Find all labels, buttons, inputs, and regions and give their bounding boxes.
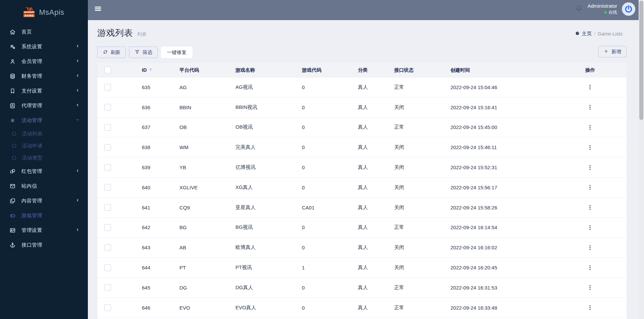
sidebar-item-home[interactable]: 首页 — [0, 24, 88, 39]
cell-id: 638 — [142, 137, 179, 157]
row-actions-kebab-icon[interactable] — [587, 284, 593, 291]
select-all-checkbox[interactable] — [104, 67, 111, 73]
cell-game-code: 0 — [302, 278, 358, 298]
cell-game-code: 0 — [302, 137, 358, 157]
page-subtitle: 列表 — [137, 31, 147, 38]
row-actions-kebab-icon[interactable] — [587, 264, 593, 271]
cell-id: 645 — [142, 278, 179, 298]
breadcrumb-home-link[interactable]: 主页 — [575, 30, 592, 37]
row-actions-kebab-icon[interactable] — [587, 104, 593, 111]
mail-icon — [9, 183, 16, 189]
row-checkbox[interactable] — [104, 104, 111, 111]
table-row: 641CQ9亚星真人CA01真人关闭2022-09-24 15:58:26 — [97, 198, 627, 218]
sidebar-subitem-activity-list[interactable]: 活动列表 — [0, 128, 88, 140]
sidebar-subitem-label: 活动申请 — [22, 143, 43, 149]
add-button-label: 新增 — [611, 49, 621, 55]
row-checkbox[interactable] — [104, 184, 111, 191]
row-actions-kebab-icon[interactable] — [587, 244, 593, 251]
row-checkbox[interactable] — [104, 244, 111, 251]
sidebar-item-redpacket-management[interactable]: 红包管理 — [0, 164, 88, 179]
hamburger-menu-icon[interactable] — [94, 4, 102, 14]
user-avatar-power-button[interactable] — [622, 2, 635, 16]
cell-api-status: 正常 — [394, 218, 450, 238]
row-checkbox[interactable] — [104, 224, 111, 231]
cell-api-status: 关闭 — [394, 98, 450, 118]
page-head: 游戏列表 列表 — [97, 27, 147, 39]
idcard-icon — [9, 227, 16, 234]
cell-category: 真人 — [358, 157, 394, 178]
topbar-right: Administrator 在线 — [575, 0, 635, 18]
row-checkbox[interactable] — [104, 144, 111, 151]
cell-game-code: 0 — [302, 77, 358, 98]
cell-api-status: 关闭 — [394, 137, 450, 157]
breadcrumb: 主页 / Game-Lists — [575, 30, 623, 37]
row-actions-kebab-icon[interactable] — [587, 304, 593, 311]
row-checkbox[interactable] — [104, 84, 111, 90]
row-checkbox[interactable] — [104, 264, 111, 271]
cell-platform-code: AB — [179, 238, 235, 258]
column-header-id[interactable]: ID — [142, 67, 147, 73]
row-checkbox[interactable] — [104, 124, 111, 131]
cell-id: 644 — [142, 258, 179, 278]
table-row: 639YB亿博视讯0真人关闭2022-09-24 15:52:31 — [97, 157, 627, 178]
cell-id: 640 — [142, 178, 179, 198]
cell-id: 643 — [142, 238, 179, 258]
sidebar-item-payment-settings[interactable]: 支付设置 — [0, 83, 88, 98]
row-checkbox[interactable] — [104, 284, 111, 291]
row-checkbox[interactable] — [104, 164, 111, 171]
cell-platform-code: EVO — [179, 298, 235, 318]
sidebar-item-site-message[interactable]: 站内信 — [0, 179, 88, 193]
row-actions-kebab-icon[interactable] — [587, 144, 593, 151]
row-actions-kebab-icon[interactable] — [587, 204, 593, 211]
table-body: 635AGAG视讯0真人正常2022-09-24 15:04:46636BBIN… — [97, 77, 627, 318]
sidebar-item-agent-management[interactable]: 代理管理 — [0, 98, 88, 113]
sidebar-item-finance-management[interactable]: 财务管理 — [0, 69, 88, 83]
brand[interactable]: 飞机 @msdj123 GAME MsApis — [0, 0, 88, 24]
cell-platform-code: OB — [179, 118, 235, 138]
brand-logo: 飞机 @msdj123 GAME — [23, 7, 35, 17]
toolbar: 刷新 筛选 一键修复 — [97, 47, 193, 58]
row-checkbox[interactable] — [104, 204, 111, 211]
cell-created-at: 2022-09-24 15:56:17 — [450, 178, 553, 198]
row-actions-kebab-icon[interactable] — [587, 124, 593, 131]
sidebar-item-content-management[interactable]: 内容管理 — [0, 193, 88, 208]
sidebar-item-label: 内容管理 — [21, 198, 42, 204]
sidebar-item-admin-settings[interactable]: 管理设置 — [0, 223, 88, 238]
sidebar-item-interface-management[interactable]: 接口管理 — [0, 238, 88, 252]
cell-id: 646 — [142, 298, 179, 318]
row-checkbox[interactable] — [104, 304, 111, 311]
sidebar-item-member-management[interactable]: 会员管理 — [0, 54, 88, 69]
cell-category: 真人 — [358, 118, 394, 138]
cell-created-at: 2022-09-24 16:33:48 — [450, 298, 553, 318]
chevron-left-icon — [75, 73, 80, 78]
row-actions-kebab-icon[interactable] — [587, 184, 593, 191]
cell-id: 636 — [142, 98, 179, 118]
cell-category: 真人 — [358, 218, 394, 238]
brand-logo-line3: GAME — [23, 14, 35, 17]
sidebar-item-game-management[interactable]: 游戏管理 — [0, 208, 88, 223]
circle-icon — [11, 143, 17, 148]
user-block[interactable]: Administrator 在线 — [588, 3, 617, 15]
cell-game-name: DG真人 — [235, 278, 302, 298]
row-actions-kebab-icon[interactable] — [587, 224, 593, 231]
cell-id: 635 — [142, 77, 179, 98]
sidebar-subitem-activity-apply[interactable]: 活动申请 — [0, 140, 88, 152]
add-button[interactable]: 新增 — [598, 46, 627, 57]
row-actions-kebab-icon[interactable] — [587, 164, 593, 171]
chevron-left-icon — [75, 228, 80, 232]
sidebar-subitem-activity-type[interactable]: 活动类型 — [0, 152, 88, 164]
refresh-button[interactable]: 刷新 — [97, 47, 126, 58]
row-actions-kebab-icon[interactable] — [587, 84, 593, 90]
one-click-fix-button[interactable]: 一键修复 — [161, 47, 193, 58]
brand-logo-line1: 飞机 — [23, 7, 35, 11]
page-title: 游戏列表 — [97, 27, 133, 39]
cell-game-name: 欧博真人 — [235, 238, 302, 258]
power-icon — [624, 5, 633, 13]
cell-platform-code: AG — [179, 77, 235, 98]
sidebar-item-activity-management[interactable]: 活动管理 — [0, 113, 88, 128]
sidebar-item-system-settings[interactable]: 系统设置 — [0, 39, 88, 54]
filter-button[interactable]: 筛选 — [129, 47, 158, 58]
bell-icon[interactable] — [575, 4, 583, 14]
scrollbar-thumb[interactable] — [639, 1, 643, 120]
refresh-button-label: 刷新 — [111, 49, 120, 56]
